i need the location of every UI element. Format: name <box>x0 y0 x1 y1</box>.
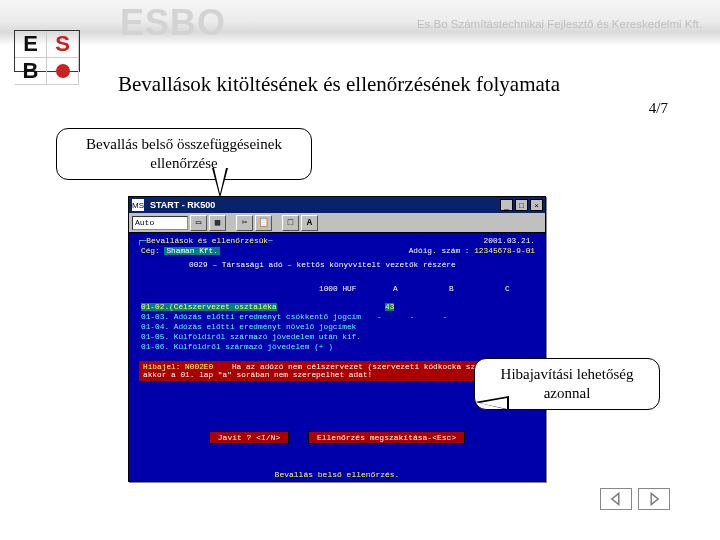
nav-next-button[interactable] <box>638 488 670 510</box>
close-button[interactable]: × <box>530 199 543 211</box>
table-title: 0029 – Társasági adó – kettős könyvvitel… <box>189 261 456 269</box>
units-label: 1000 HUF <box>319 285 356 293</box>
window-icon: MS <box>132 199 144 211</box>
dos-window: MS START - RK500 _ □ × Auto ▭ ▦ ✂ 📋 □ A … <box>128 196 546 482</box>
maximize-button[interactable]: □ <box>515 199 528 211</box>
col-a: A <box>393 285 398 293</box>
esbo-logo: E S B <box>14 30 80 72</box>
auto-dropdown[interactable]: Auto <box>132 216 188 230</box>
slide-header-band: ESBO Es.Bo Számítástechnikai Fejlesztő é… <box>0 0 720 46</box>
dos-body: ┌─Bevallások és ellenőrzésük─ 2001.03.21… <box>129 233 545 481</box>
arrow-right-icon <box>647 492 661 506</box>
window-titlebar[interactable]: MS START - RK500 _ □ × <box>129 197 545 213</box>
callout-top: Bevallás belső összefüggéseinek ellenőrz… <box>56 128 312 180</box>
adoig-row: Adóig. szám : 12345678-9-01 <box>409 247 535 255</box>
error-box: Hibajel: N002E0 Ha az adózó nem célszerv… <box>139 361 527 381</box>
nav-prev-button[interactable] <box>600 488 632 510</box>
callout-top-tail <box>212 168 228 198</box>
row-0[interactable]: 01-02.(Célszervezet osztaléka <box>141 303 277 311</box>
page-number: 4/7 <box>649 100 668 117</box>
logo-letter-b: B <box>15 58 47 85</box>
dos-toolbar: Auto ▭ ▦ ✂ 📋 □ A <box>129 213 545 233</box>
error-title: Hibajel: N002E0 <box>143 363 213 371</box>
callout-right-tail <box>475 396 509 410</box>
header-date: 2001.03.21. <box>484 237 535 245</box>
watermark-text: ESBO <box>120 2 226 44</box>
button-row: Javít ? <I/N> Ellenőrzés megszakítása-<E… <box>129 431 545 444</box>
row-dashes: - - - <box>377 313 447 321</box>
col-c: C <box>505 285 510 293</box>
logo-dot-icon <box>47 58 79 85</box>
cancel-button[interactable]: Ellenőrzés megszakítása-<Esc> <box>308 431 465 444</box>
toolbar-btn-font[interactable]: A <box>301 215 318 231</box>
row-2[interactable]: 01-04. Adózás előtti eredményt növelő jo… <box>141 323 356 331</box>
arrow-left-icon <box>609 492 623 506</box>
row-0-a: 43 <box>385 303 394 311</box>
status-line: Bevallás belső ellenőrzés. <box>129 470 545 479</box>
ceg-value[interactable]: Shaman Kft. <box>164 247 219 255</box>
section-header: ┌─Bevallások és ellenőrzésük─ <box>137 237 273 245</box>
ceg-row: Cég: Shaman Kft. <box>141 247 220 255</box>
window-title: START - RK500 <box>150 200 500 210</box>
minimize-button[interactable]: _ <box>500 199 513 211</box>
logo-letter-s: S <box>47 31 79 58</box>
toolbar-btn-copy[interactable]: ✂ <box>236 215 253 231</box>
company-subtitle: Es.Bo Számítástechnikai Fejlesztő és Ker… <box>417 18 702 30</box>
toolbar-btn-1[interactable]: ▭ <box>190 215 207 231</box>
fix-button[interactable]: Javít ? <I/N> <box>209 431 289 444</box>
row-4[interactable]: 01-06. Külföldről származó jövedelem (+ … <box>141 343 333 351</box>
toolbar-btn-paste[interactable]: 📋 <box>255 215 272 231</box>
row-3[interactable]: 01-05. Külföldiről származó jövedelem ut… <box>141 333 361 341</box>
logo-letter-e: E <box>15 31 47 58</box>
slide-title: Bevallások kitöltésének és ellenőrzéséne… <box>118 72 560 97</box>
toolbar-btn-2[interactable]: ▦ <box>209 215 226 231</box>
col-b: B <box>449 285 454 293</box>
row-1[interactable]: 01-03. Adózás előtti eredményt csökkentő… <box>141 313 361 321</box>
toolbar-btn-fullscreen[interactable]: □ <box>282 215 299 231</box>
